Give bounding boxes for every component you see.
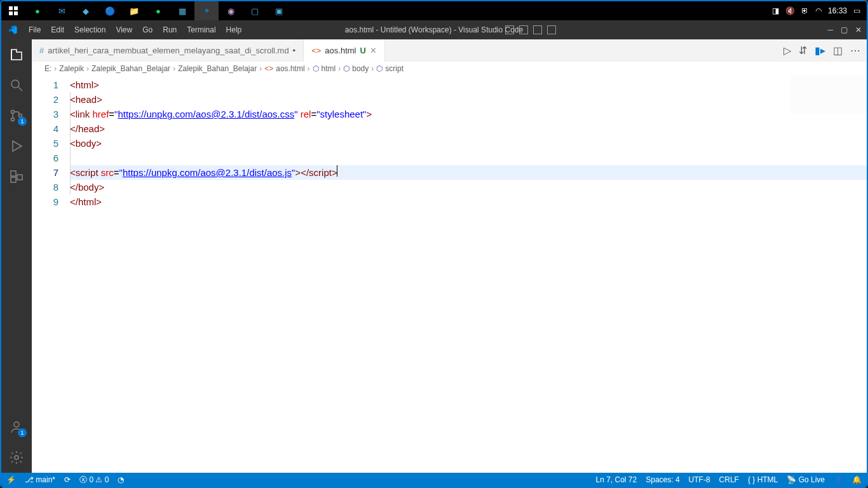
minimap[interactable] bbox=[790, 76, 867, 114]
crumb-symbol[interactable]: html bbox=[322, 64, 336, 73]
clock[interactable]: 16:33 bbox=[828, 6, 847, 15]
accounts-icon[interactable]: 1 bbox=[8, 418, 25, 436]
status-bar: ⚡ ⎇ main* ⟳ ⓧ 0 ⚠ 0 ◔ Ln 7, Col 72 Space… bbox=[1, 473, 867, 487]
taskbar-explorer-icon[interactable]: 📁 bbox=[122, 1, 146, 20]
svg-point-13 bbox=[15, 456, 18, 459]
code-area[interactable]: <html> <head> <link href="https://unpkg.… bbox=[70, 76, 867, 473]
remote-indicator[interactable]: ⚡ bbox=[6, 475, 16, 484]
svg-point-6 bbox=[11, 111, 15, 114]
scm-badge: 1 bbox=[18, 117, 27, 126]
symbol-icon: ⬡ bbox=[343, 64, 349, 73]
svg-rect-2 bbox=[9, 11, 13, 15]
activity-bar: 1 1 bbox=[1, 39, 32, 473]
minimize-button[interactable]: ─ bbox=[827, 25, 833, 34]
close-button[interactable]: ✕ bbox=[855, 25, 862, 34]
notifications-bell-icon[interactable]: 🔔 bbox=[852, 475, 862, 484]
taskbar-whatsapp2-icon[interactable]: ● bbox=[146, 1, 170, 20]
menu-file[interactable]: File bbox=[24, 25, 46, 34]
run-debug-icon[interactable] bbox=[8, 137, 25, 155]
modified-dot: • bbox=[293, 46, 296, 55]
menu-view[interactable]: View bbox=[111, 25, 137, 34]
taskbar-vscode-icon[interactable]: ⌖ bbox=[194, 1, 219, 20]
run-file-icon[interactable]: ▷ bbox=[783, 44, 791, 57]
taskbar-app-icon[interactable]: ◆ bbox=[74, 1, 98, 20]
vscode-logo-icon bbox=[1, 25, 24, 35]
open-preview-icon[interactable]: ▮▸ bbox=[815, 44, 825, 57]
volume-mute-icon[interactable]: 🔇 bbox=[785, 6, 795, 15]
taskbar-app3-icon[interactable]: ▢ bbox=[243, 1, 267, 20]
maximize-button[interactable]: ▢ bbox=[841, 25, 848, 34]
cursor-position[interactable]: Ln 7, Col 72 bbox=[596, 475, 637, 484]
crumb-folder[interactable]: Zalepik_Bahan_Belajar bbox=[92, 64, 170, 73]
crumb-folder[interactable]: Zalepik bbox=[59, 64, 84, 73]
extensions-icon[interactable] bbox=[8, 168, 25, 186]
problems[interactable]: ⓧ 0 ⚠ 0 bbox=[79, 475, 109, 485]
crumb-file[interactable]: aos.html bbox=[276, 64, 304, 73]
menu-go[interactable]: Go bbox=[137, 25, 158, 34]
menu-selection[interactable]: Selection bbox=[69, 25, 111, 34]
editor-group: # artikel_heri_cara_membuat_elemen_melay… bbox=[32, 39, 867, 473]
taskbar-github-icon[interactable]: ◉ bbox=[219, 1, 243, 20]
compare-changes-icon[interactable]: ⇵ bbox=[799, 44, 807, 57]
svg-line-5 bbox=[18, 87, 22, 91]
menu-bar: File Edit Selection View Go Run Terminal… bbox=[24, 25, 247, 34]
start-button[interactable] bbox=[1, 1, 25, 20]
title-bar: File Edit Selection View Go Run Terminal… bbox=[1, 20, 867, 39]
source-control-icon[interactable]: 1 bbox=[8, 107, 25, 125]
explorer-icon[interactable] bbox=[8, 46, 25, 64]
taskbar-mail-icon[interactable]: ✉ bbox=[50, 1, 74, 20]
close-tab-icon[interactable]: ✕ bbox=[370, 46, 377, 55]
svg-point-12 bbox=[14, 422, 19, 427]
status-extra-icon[interactable]: ◔ bbox=[118, 475, 124, 484]
svg-rect-10 bbox=[11, 177, 16, 182]
notifications-icon[interactable]: ▭ bbox=[853, 6, 860, 15]
crumb-symbol[interactable]: script bbox=[385, 64, 403, 73]
encoding[interactable]: UTF-8 bbox=[689, 475, 710, 484]
settings-gear-icon[interactable] bbox=[8, 449, 25, 466]
taskbar-chrome-icon[interactable]: 🔵 bbox=[98, 1, 122, 20]
split-editor-icon[interactable]: ◫ bbox=[833, 44, 843, 57]
symbol-icon: ⬡ bbox=[313, 64, 319, 73]
crumb-drive[interactable]: E: bbox=[44, 64, 51, 73]
layout-sidebar-right-icon[interactable] bbox=[533, 25, 542, 34]
markdown-file-icon: # bbox=[39, 46, 44, 55]
tray-icon[interactable]: ◨ bbox=[772, 6, 779, 15]
menu-help[interactable]: Help bbox=[221, 25, 247, 34]
go-live-button[interactable]: 📡 Go Live bbox=[787, 475, 825, 484]
sync-icon[interactable]: ⟳ bbox=[64, 475, 71, 484]
text-editor[interactable]: 123456789 <html> <head> <link href="http… bbox=[32, 76, 867, 473]
defender-icon[interactable]: ⛨ bbox=[801, 6, 809, 15]
svg-rect-9 bbox=[11, 171, 16, 176]
vscode-window: File Edit Selection View Go Run Terminal… bbox=[1, 20, 867, 487]
eol[interactable]: CRLF bbox=[719, 475, 739, 484]
feedback-icon[interactable]: 👤 bbox=[834, 475, 843, 484]
search-icon[interactable] bbox=[8, 76, 25, 94]
taskbar-app2-icon[interactable]: ▦ bbox=[170, 1, 194, 20]
line-numbers: 123456789 bbox=[32, 76, 70, 473]
indentation[interactable]: Spaces: 4 bbox=[646, 475, 679, 484]
tab-aos-html[interactable]: <> aos.html U ✕ bbox=[304, 39, 385, 62]
layout-customize-icon[interactable] bbox=[547, 25, 556, 34]
menu-run[interactable]: Run bbox=[158, 25, 182, 34]
menu-terminal[interactable]: Terminal bbox=[182, 25, 220, 34]
taskbar-whatsapp-icon[interactable]: ● bbox=[25, 1, 50, 20]
file-type-icon: <> bbox=[264, 64, 273, 73]
menu-edit[interactable]: Edit bbox=[46, 25, 69, 34]
crumb-symbol[interactable]: body bbox=[352, 64, 369, 73]
html-file-icon: <> bbox=[311, 46, 321, 55]
git-branch[interactable]: ⎇ main* bbox=[25, 475, 55, 484]
more-actions-icon[interactable]: ⋯ bbox=[850, 44, 860, 57]
wifi-icon[interactable]: ◠ bbox=[815, 6, 822, 15]
os-taskbar: ● ✉ ◆ 🔵 📁 ● ▦ ⌖ ◉ ▢ ▣ ◨ 🔇 ⛨ ◠ 16:33 ▭ bbox=[1, 1, 867, 20]
svg-rect-3 bbox=[14, 11, 18, 15]
crumb-folder[interactable]: Zalepik_Bahan_Belajar bbox=[178, 64, 257, 73]
window-title: aos.html - Untitled (Workspace) - Visual… bbox=[345, 25, 523, 34]
breadcrumbs[interactable]: E:› Zalepik› Zalepik_Bahan_Belajar› Zale… bbox=[32, 62, 867, 76]
svg-point-4 bbox=[11, 80, 19, 88]
tab-markdown-file[interactable]: # artikel_heri_cara_membuat_elemen_melay… bbox=[32, 39, 304, 62]
tabs-bar: # artikel_heri_cara_membuat_elemen_melay… bbox=[32, 39, 867, 62]
taskbar-app4-icon[interactable]: ▣ bbox=[267, 1, 291, 20]
tab-label: artikel_heri_cara_membuat_elemen_melayan… bbox=[48, 46, 288, 55]
language-mode[interactable]: { } HTML bbox=[748, 475, 778, 484]
svg-point-7 bbox=[11, 118, 15, 121]
